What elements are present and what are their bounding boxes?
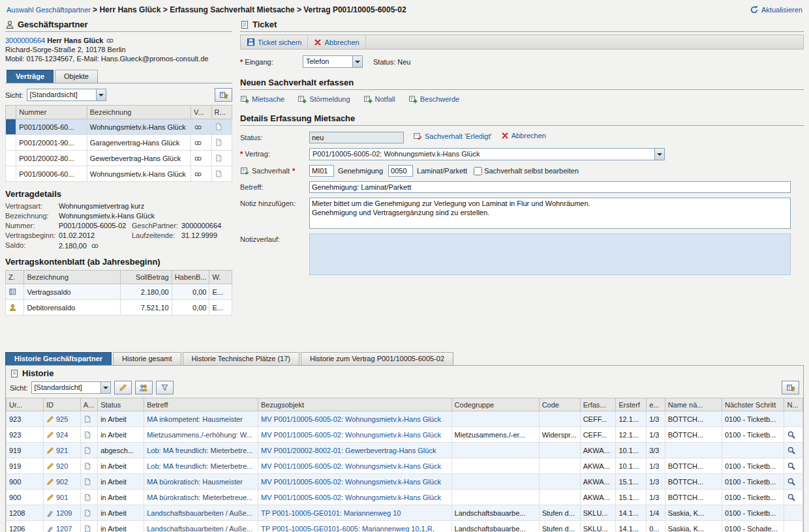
history-row[interactable]: 900 901 in Arbeit MA bürokratisch: Miete… bbox=[7, 490, 803, 505]
history-row[interactable]: 919 921 abgesch... Lob: MA freundlich: M… bbox=[7, 443, 803, 458]
erfassung-abbrechen-button[interactable]: Abbrechen bbox=[501, 132, 546, 140]
history-view-settings-button[interactable] bbox=[782, 381, 799, 394]
hist-id-link[interactable]: 1207 bbox=[56, 525, 72, 532]
tab-historie-vertrag[interactable]: Historie zum Vertrag P001/10005-6005-02 bbox=[301, 352, 453, 365]
refresh-action[interactable]: Aktualisieren bbox=[750, 5, 802, 14]
document-icon[interactable] bbox=[215, 138, 222, 147]
document-icon[interactable] bbox=[215, 123, 222, 131]
hist-col-betreff[interactable]: Betreff bbox=[144, 398, 258, 411]
hist-col-schritt[interactable]: Nächster Schritt bbox=[722, 398, 784, 411]
contracts-col-bezeichnung[interactable]: Bezeichnung bbox=[87, 106, 191, 119]
contracts-col-v[interactable]: V... bbox=[191, 106, 211, 119]
hist-col-a[interactable]: A... bbox=[80, 398, 97, 411]
hist-col-e[interactable]: e... bbox=[647, 398, 665, 411]
tab-historie-technische-plaetze[interactable]: Historie Technische Plätze (17) bbox=[183, 352, 299, 365]
sachverhalt-code2-input[interactable] bbox=[388, 165, 413, 177]
contract-row[interactable]: P001/10005-60... Wohnungsmietv.k-Hans Gl… bbox=[6, 119, 232, 135]
hist-id-link[interactable]: 1209 bbox=[56, 509, 72, 517]
hist-bezug-link[interactable]: MV P001/10005-6005-02: Wohnungsmietv.k-H… bbox=[261, 462, 441, 470]
hist-col-id[interactable]: ID bbox=[43, 398, 80, 411]
link-stoermeldung[interactable]: Störmeldung bbox=[298, 95, 350, 104]
tab-historie-geschaeftspartner[interactable]: Historie Geschäftspartner bbox=[5, 352, 112, 365]
hist-col-n[interactable]: N... bbox=[784, 398, 803, 411]
relation-icon[interactable] bbox=[194, 170, 202, 178]
relation-icon[interactable] bbox=[106, 36, 114, 44]
link-notfall[interactable]: Notfall bbox=[363, 95, 395, 104]
magnifier-icon[interactable] bbox=[787, 477, 796, 486]
hist-id-link[interactable]: 920 bbox=[56, 462, 68, 470]
hist-id-link[interactable]: 924 bbox=[56, 431, 68, 439]
betreff-input[interactable] bbox=[309, 181, 791, 193]
hist-bezug-link[interactable]: TP P001-10005-GE0101-6005: Mariannenweg … bbox=[261, 525, 435, 532]
hist-bezug-link[interactable]: TP P001-10005-GE0101: Mariannenweg 10 bbox=[261, 509, 401, 517]
history-row[interactable]: 1208 1209 in Arbeit Landschaftsbauarbeit… bbox=[7, 505, 803, 521]
konten-row[interactable]: Vertragssaldo 2.180,00 0,00 E... bbox=[6, 284, 232, 300]
relation-icon[interactable] bbox=[194, 138, 202, 147]
link-beschwerde[interactable]: Beschwerde bbox=[408, 95, 460, 104]
hist-bezug-link[interactable]: MV P001/20002-8002-01: Gewerbevertrag-Ha… bbox=[261, 447, 436, 454]
hist-id-link[interactable]: 901 bbox=[56, 494, 68, 501]
history-row[interactable]: 923 925 in Arbeit MA inkompetent: Hausme… bbox=[7, 411, 803, 427]
ticket-cancel-button[interactable]: Abbrechen bbox=[308, 35, 365, 49]
contract-row[interactable]: P001/20002-80... Gewerbevertrag-Hans Glü… bbox=[6, 151, 232, 166]
tab-historie-gesamt[interactable]: Historie gesamt bbox=[113, 352, 181, 365]
history-edit-button[interactable] bbox=[114, 381, 132, 394]
tab-objekte[interactable]: Objekte bbox=[55, 70, 98, 83]
relation-icon[interactable] bbox=[194, 123, 202, 131]
hist-id-link[interactable]: 921 bbox=[56, 447, 68, 454]
konten-col-haben[interactable]: HabenB... bbox=[172, 271, 209, 284]
erfassung-status-input[interactable] bbox=[309, 132, 404, 143]
konten-col-z[interactable]: Z. bbox=[6, 271, 24, 284]
history-row[interactable]: 923 924 in Arbeit Mietzusammens./-erhöhu… bbox=[7, 427, 803, 443]
magnifier-icon[interactable] bbox=[787, 430, 796, 439]
history-filter-button[interactable] bbox=[156, 381, 174, 394]
contract-row[interactable]: P001/20001-90... Garagenvertrag-Hans Glü… bbox=[6, 135, 232, 151]
history-sicht-select[interactable]: [Standardsicht] bbox=[31, 381, 111, 394]
notizverlauf-textarea[interactable] bbox=[309, 233, 791, 275]
konten-col-w[interactable]: W. bbox=[209, 271, 232, 284]
hist-bezug-link[interactable]: MV P001/10005-6005-02: Wohnungsmietv.k-H… bbox=[261, 431, 441, 439]
hist-col-bezug[interactable]: Bezugsobjekt bbox=[258, 398, 451, 411]
history-partner-button[interactable] bbox=[135, 381, 153, 394]
contracts-col-r[interactable]: R... bbox=[211, 106, 232, 119]
relation-icon[interactable] bbox=[91, 241, 99, 250]
notiz-textarea[interactable]: Mieter bittet um die Genehmigung zur Ver… bbox=[309, 198, 791, 229]
history-row[interactable]: 1206 1207 in Arbeit Landschaftsbauarbeit… bbox=[7, 521, 803, 532]
hist-id-link[interactable]: 925 bbox=[56, 415, 68, 423]
hist-col-ersterf[interactable]: Ersterf bbox=[616, 398, 647, 411]
contract-row[interactable]: P001/90006-60... Wohnungsmietv.k-Hans Gl… bbox=[6, 166, 232, 182]
magnifier-icon[interactable] bbox=[787, 462, 796, 471]
refresh-link[interactable]: Aktualisieren bbox=[761, 6, 802, 14]
history-row[interactable]: 900 902 in Arbeit MA bürokratisch: Hausm… bbox=[7, 474, 803, 490]
document-icon[interactable] bbox=[215, 154, 222, 162]
erledigt-button[interactable]: Sachverhalt 'Erledigt' bbox=[413, 132, 492, 141]
magnifier-icon[interactable] bbox=[787, 446, 796, 455]
contracts-sicht-select[interactable]: [Standardsicht] bbox=[27, 89, 106, 101]
ticket-save-button[interactable]: Ticket sichern bbox=[241, 35, 308, 49]
hist-col-codegruppe[interactable]: Codegruppe bbox=[451, 398, 539, 411]
hist-bezug-link[interactable]: MV P001/10005-6005-02: Wohnungsmietv.k-H… bbox=[261, 415, 441, 423]
hist-bezug-link[interactable]: MV P001/10005-6005-02: Wohnungsmietv.k-H… bbox=[261, 478, 441, 486]
konten-col-soll[interactable]: SollBetrag bbox=[120, 271, 172, 284]
hist-col-status[interactable]: Status bbox=[98, 398, 144, 411]
sachverhalt-code1-input[interactable] bbox=[309, 165, 334, 177]
selbst-bearbeiten-checkbox[interactable] bbox=[474, 167, 482, 175]
hist-col-name[interactable]: Name nä... bbox=[665, 398, 722, 411]
eingang-select[interactable]: Telefon bbox=[303, 55, 363, 68]
link-mietsache[interactable]: Mietsache bbox=[240, 95, 284, 104]
hist-col-ur[interactable]: Ur... bbox=[7, 398, 44, 411]
document-icon[interactable] bbox=[215, 170, 222, 178]
breadcrumb-link-auswahl[interactable]: Auswahl Geschäftspartner bbox=[7, 6, 91, 14]
vertrag-select[interactable]: P001/10005-6005-02: Wohnungsmietv.k-Hans… bbox=[309, 148, 665, 160]
relation-icon[interactable] bbox=[194, 154, 202, 162]
history-row[interactable]: 919 920 in Arbeit Lob: MA freundlich: Mi… bbox=[7, 458, 803, 474]
hist-col-erfas[interactable]: Erfas... bbox=[580, 398, 616, 411]
contracts-view-settings-button[interactable] bbox=[215, 88, 232, 102]
hist-col-code[interactable]: Code bbox=[539, 398, 580, 411]
konten-col-bezeichnung[interactable]: Bezeichnung bbox=[24, 271, 120, 284]
contracts-col-nummer[interactable]: Nummer bbox=[16, 106, 87, 119]
tab-vertraege[interactable]: Verträge bbox=[7, 70, 53, 83]
hist-bezug-link[interactable]: MV P001/10005-6005-02: Wohnungsmietv.k-H… bbox=[261, 494, 441, 501]
sachverhalt-picker-button[interactable]: Sachverhalt * bbox=[240, 166, 309, 175]
partner-id-link[interactable]: 3000000664 bbox=[5, 37, 45, 44]
